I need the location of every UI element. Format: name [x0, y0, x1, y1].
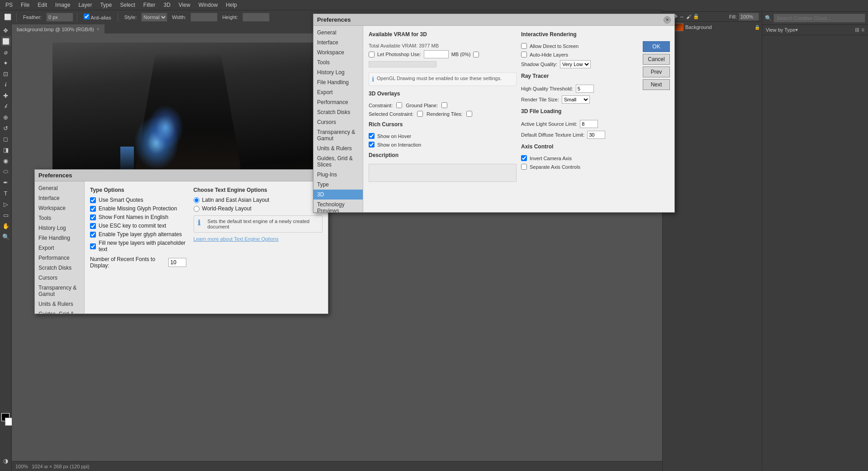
big-nav-3d[interactable]: 3D	[313, 190, 363, 200]
eyedropper-tool[interactable]: 𝒊	[1, 80, 11, 90]
vram-check2[interactable]	[473, 52, 479, 57]
nav-interface[interactable]: Interface	[35, 193, 84, 203]
grid-view-icon[interactable]: ⊞	[855, 27, 859, 33]
3d-menu[interactable]: 3D	[160, 1, 174, 9]
big-nav-interface[interactable]: Interface	[313, 38, 363, 48]
recent-fonts-input[interactable]	[168, 258, 186, 267]
layer-menu[interactable]: Layer	[75, 1, 95, 9]
healing-tool[interactable]: ✚	[1, 90, 11, 100]
crop-tool[interactable]: ⊡	[1, 69, 11, 79]
big-nav-type[interactable]: Type	[313, 180, 363, 190]
big-nav-transparency[interactable]: Transparency & Gamut	[313, 127, 363, 143]
edit-menu[interactable]: Edit	[34, 1, 51, 9]
cancel-button[interactable]: Cancel	[643, 54, 670, 65]
nav-file-handling[interactable]: File Handling	[35, 233, 84, 243]
ps-menu[interactable]: PS	[2, 1, 16, 9]
list-view-icon[interactable]: ≡	[861, 27, 864, 33]
latin-layout-radio[interactable]	[194, 197, 199, 203]
show-hover-check[interactable]	[369, 133, 375, 139]
file-menu[interactable]: File	[17, 1, 33, 9]
active-light-input[interactable]	[580, 120, 598, 128]
libraries-search-input[interactable]	[773, 14, 865, 23]
esc-commit-check[interactable]	[90, 223, 96, 229]
window-menu[interactable]: Window	[195, 1, 222, 9]
big-nav-scratch[interactable]: Scratch Disks	[313, 107, 363, 117]
big-nav-units[interactable]: Units & Rulers	[313, 143, 363, 153]
gradient-tool[interactable]: ◨	[1, 145, 11, 155]
invert-camera-check[interactable]	[521, 155, 527, 161]
nav-history-log[interactable]: History Log	[35, 223, 84, 233]
move-tool[interactable]: ✥	[1, 25, 11, 35]
big-nav-cursors[interactable]: Cursors	[313, 117, 363, 127]
big-nav-tools[interactable]: Tools	[313, 57, 363, 67]
big-nav-history[interactable]: History Log	[313, 67, 363, 77]
nav-units[interactable]: Units & Rulers	[35, 299, 84, 309]
big-nav-export[interactable]: Export	[313, 87, 363, 97]
path-select-tool[interactable]: ▷	[1, 199, 11, 209]
pen-tool[interactable]: ✒	[1, 177, 11, 187]
history-brush-tool[interactable]: ↺	[1, 123, 11, 133]
prev-button[interactable]: Prev	[643, 67, 670, 77]
feather-input[interactable]	[46, 13, 73, 22]
view-menu[interactable]: View	[175, 1, 194, 9]
clone-tool[interactable]: ⊕	[1, 112, 11, 122]
eraser-tool[interactable]: ◻	[1, 134, 11, 144]
high-quality-input[interactable]	[576, 85, 594, 93]
allow-direct-check[interactable]	[521, 43, 527, 49]
separate-axis-check[interactable]	[521, 164, 527, 170]
vram-mb-input[interactable]	[424, 50, 449, 58]
lasso-tool[interactable]: ⌀	[1, 47, 11, 57]
big-nav-file[interactable]: File Handling	[313, 77, 363, 87]
select-menu[interactable]: Select	[116, 1, 138, 9]
nav-workspace[interactable]: Workspace	[35, 203, 84, 213]
hand-tool[interactable]: ✋	[1, 221, 11, 231]
nav-cursors[interactable]: Cursors	[35, 273, 84, 283]
nav-general[interactable]: General	[35, 183, 84, 193]
shadow-quality-select[interactable]: Very Low Low Medium High	[560, 60, 591, 68]
placeholder-check[interactable]	[90, 243, 96, 249]
glyph-alt-check[interactable]	[90, 232, 96, 238]
big-nav-plugins[interactable]: Plug-Ins	[313, 170, 363, 180]
big-dialog-close-button[interactable]: ✕	[664, 16, 671, 24]
style-select[interactable]: Normal	[141, 13, 167, 22]
background-layer-row[interactable]: 👁 Background 🔒	[663, 22, 762, 33]
nav-performance[interactable]: Performance	[35, 253, 84, 263]
help-menu[interactable]: Help	[222, 1, 241, 9]
vram-use-check[interactable]	[369, 52, 375, 57]
nav-tools[interactable]: Tools	[35, 213, 84, 223]
document-tab[interactable]: background.bmp @ 100% (RGB/8) ×	[12, 24, 104, 33]
learn-more-link[interactable]: Learn more about Text Engine Options	[194, 236, 323, 242]
big-nav-guides[interactable]: Guides, Grid & Slices	[313, 153, 363, 170]
zoom-tool[interactable]: 🔍	[1, 232, 11, 242]
diffuse-texture-input[interactable]	[587, 131, 605, 139]
nav-export[interactable]: Export	[35, 243, 84, 253]
next-button[interactable]: Next	[643, 79, 670, 90]
show-interaction-check[interactable]	[369, 142, 375, 147]
filter-menu[interactable]: Filter	[140, 1, 159, 9]
nav-scratch-disks[interactable]: Scratch Disks	[35, 263, 84, 273]
big-nav-workspace[interactable]: Workspace	[313, 48, 363, 57]
image-menu[interactable]: Image	[52, 1, 74, 9]
use-smart-quotes-check[interactable]	[90, 197, 96, 203]
missing-glyph-check[interactable]	[90, 206, 96, 212]
tab-close-icon[interactable]: ×	[97, 27, 100, 32]
marquee-tool[interactable]: ⬜	[1, 36, 11, 46]
anti-alias-check[interactable]: Anti-alias	[81, 13, 114, 21]
blur-tool[interactable]: ◉	[1, 156, 11, 166]
selected-constraint-check[interactable]	[417, 111, 423, 117]
quick-mask-toggle[interactable]: ◑	[1, 456, 11, 466]
font-names-check[interactable]	[90, 214, 96, 220]
dodge-tool[interactable]: ⬭	[1, 167, 11, 176]
big-nav-tech[interactable]: Technology Previews	[313, 200, 363, 212]
fill-input[interactable]	[739, 13, 759, 21]
height-input[interactable]	[242, 13, 270, 22]
auto-hide-check[interactable]	[521, 52, 527, 57]
shape-tool[interactable]: ▭	[1, 210, 11, 220]
magic-wand-tool[interactable]: ✦	[1, 58, 11, 68]
big-nav-general[interactable]: General	[313, 28, 363, 38]
rendering-tiles-check[interactable]	[466, 111, 472, 117]
nav-transparency[interactable]: Transparency & Gamut	[35, 283, 84, 299]
ok-button[interactable]: OK	[643, 41, 670, 52]
width-input[interactable]	[190, 13, 218, 22]
select-tool-icon[interactable]: ⬜	[3, 12, 13, 22]
